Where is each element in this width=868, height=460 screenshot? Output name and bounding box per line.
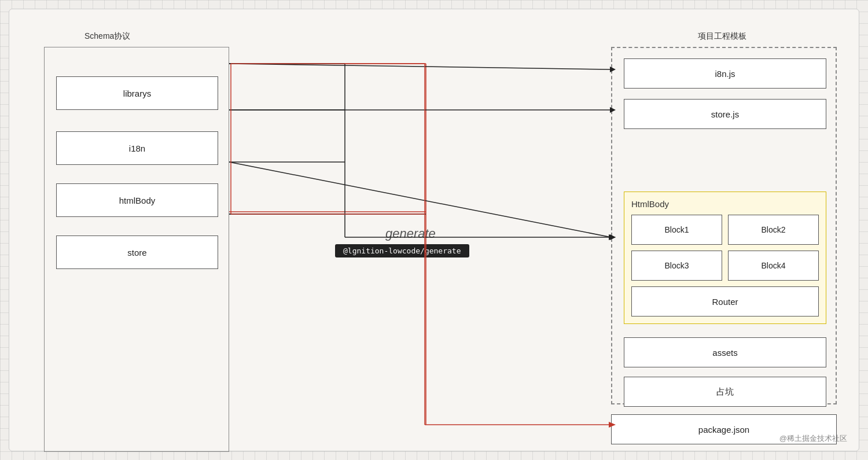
project-box: i8n.js store.js HtmlBody Block1 Block2 B…	[611, 47, 837, 404]
schema-item-i18n[interactable]: i18n	[56, 131, 218, 165]
main-container: Schema协议 项目工程模板 librarys i18n htmlBody s…	[9, 9, 859, 451]
project-item-placeholder[interactable]: 占坑	[624, 377, 826, 407]
project-item-storejs[interactable]: store.js	[624, 99, 826, 129]
block-row-1: Block1 Block2	[631, 215, 819, 245]
block1[interactable]: Block1	[631, 215, 722, 245]
router-item[interactable]: Router	[631, 286, 819, 317]
schema-box: librarys i18n htmlBody store	[44, 47, 229, 452]
block2[interactable]: Block2	[728, 215, 819, 245]
project-item-i8njs[interactable]: i8n.js	[624, 58, 826, 89]
schema-section-label: Schema协议	[84, 31, 130, 42]
htmlbody-container: HtmlBody Block1 Block2 Block3 Block4 Rou…	[624, 192, 826, 324]
htmlbody-label: HtmlBody	[631, 199, 819, 209]
block-row-2: Block3 Block4	[631, 251, 819, 281]
svg-line-3	[229, 64, 611, 69]
schema-item-store[interactable]: store	[56, 235, 218, 269]
schema-item-librarys[interactable]: librarys	[56, 76, 218, 110]
block3[interactable]: Block3	[631, 251, 722, 281]
project-section-label: 项目工程模板	[698, 31, 746, 42]
generate-label: generate	[385, 226, 436, 241]
schema-item-htmlbody[interactable]: htmlBody	[56, 183, 218, 217]
watermark: @稀土掘金技术社区	[779, 433, 847, 444]
generate-code: @lgnition-lowcode/generate	[335, 244, 469, 257]
block4[interactable]: Block4	[728, 251, 819, 281]
project-item-assets[interactable]: assets	[624, 337, 826, 367]
